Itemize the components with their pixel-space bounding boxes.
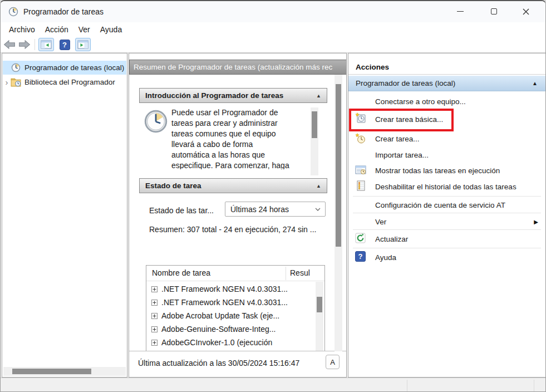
action-refresh[interactable]: Actualizar [348,231,545,247]
toolbar-separator [35,39,35,50]
actions-pane: Acciones Programador de tareas (local) ▲… [348,53,546,378]
tree-item-label: Biblioteca del Programador [24,78,115,86]
refresh-footer-button[interactable]: A [326,355,340,369]
task-scheduler-app-icon [8,7,18,17]
expand-plus-icon[interactable] [151,313,158,319]
scrollbar-thumb[interactable] [336,84,341,247]
column-task-name[interactable]: Nombre de tarea [152,268,210,277]
actions-group-label: Programador de tareas (local) [356,79,455,87]
create-task-icon [355,133,366,144]
back-arrow-icon[interactable] [3,40,16,50]
column-result[interactable]: Resul [290,268,310,277]
expand-plus-icon[interactable] [151,300,158,306]
scrollbar-thumb[interactable] [317,297,322,312]
window-title: Programador de tareas [23,7,104,16]
title-bar: Programador de tareas [1,1,545,22]
clock-icon [11,63,21,72]
task-status-section-title: Estado de tarea [145,182,201,190]
scrollbar-thumb[interactable] [12,369,91,374]
help-icon: ? [355,251,366,262]
tree-item-task-scheduler-local[interactable]: Programador de tareas (local) [3,61,126,75]
minimize-icon [457,11,464,12]
maximize-icon [491,8,497,14]
create-basic-task-icon [355,112,366,124]
summary-pane-scrollbar[interactable] [335,75,342,351]
task-name: .NET Framework NGEN v4.0.3031... [161,285,288,293]
collapse-caret-icon[interactable]: ▲ [316,93,321,99]
maximize-button[interactable] [481,1,506,22]
table-row[interactable]: AdobeGCInvoker-1.0 (ejecución [146,336,313,349]
table-row[interactable]: .NET Framework NGEN v4.0.3031... [146,296,313,309]
table-row[interactable]: Adobe Acrobat Update Task (eje... [146,309,313,322]
summary-pane: Resumen de Programador de tareas (actual… [129,53,347,378]
menu-ayuda[interactable]: Ayuda [95,23,127,36]
task-name: AdobeGCInvoker-1.0 (ejecución [161,338,272,347]
console-tree-toggle-button[interactable] [38,38,54,51]
forward-arrow-icon[interactable] [18,40,31,50]
console-tree-pane: Programador de tareas (local) › Bibliote… [2,53,127,378]
intro-paragraph: Puede usar el Programador de tareas para… [171,107,312,169]
toolbar: ? [1,37,545,53]
intro-section-header[interactable]: Introducción al Programador de tareas ▲ [139,88,327,103]
help-toolbar-button[interactable]: ? [58,38,71,51]
menu-archivo[interactable]: Archivo [4,23,40,36]
menu-accion[interactable]: Acción [40,23,73,36]
menu-bar: Archivo Acción Ver Ayuda [1,22,545,37]
actions-separator [353,229,541,230]
intro-scrollbar[interactable] [311,107,318,175]
status-bar [1,378,545,392]
action-view[interactable]: Ver ▶ [348,214,545,229]
column-divider[interactable] [286,267,286,280]
tree-horizontal-scrollbar[interactable] [3,367,126,376]
minimize-button[interactable] [447,1,473,22]
collapse-caret-icon[interactable]: ▲ [532,80,538,86]
task-name: .NET Framework NGEN v4.0.3031... [161,298,288,307]
menu-ver[interactable]: Ver [73,23,95,36]
task-table-header: Nombre de tarea Resul [146,266,324,281]
close-button[interactable] [513,1,539,22]
collapse-caret-icon[interactable]: ▲ [316,183,321,189]
action-create-task[interactable]: Crear tarea... [348,131,545,146]
expand-plus-icon[interactable] [151,340,158,346]
scrollbar-thumb[interactable] [312,111,317,138]
actions-group-header[interactable]: Programador de tareas (local) ▲ [348,76,545,91]
action-help[interactable]: ? Ayuda [348,249,545,265]
task-status-range-dropdown[interactable]: Últimas 24 horas [225,202,326,217]
actions-pane-title: Acciones [348,60,545,75]
main-area: Programador de tareas (local) › Bibliote… [1,53,545,378]
actions-separator [353,196,541,197]
chevron-right-icon[interactable]: › [3,79,11,86]
history-icon [356,180,365,191]
expand-plus-icon[interactable] [151,286,158,292]
running-tasks-icon [355,165,366,175]
task-name: Adobe Acrobat Update Task (eje... [161,311,279,320]
expand-plus-icon[interactable] [151,326,158,332]
summary-pane-header: Resumen de Programador de tareas (actual… [129,60,347,75]
action-pane-toggle-button[interactable] [75,38,91,51]
app-window: Programador de tareas Archivo Acción Ver… [0,0,546,392]
action-at-service-account-config[interactable]: Configuración de cuenta de servicio AT [348,197,545,212]
summary-footer: Última actualización a las 30/05/2024 15… [129,351,347,377]
action-show-running-tasks[interactable]: Mostrar todas las tareas en ejecución [348,163,545,178]
console-tree-toggle-icon [41,40,52,49]
action-import-task[interactable]: Importar tarea... [348,147,545,163]
intro-section-title: Introducción al Programador de tareas [145,91,283,100]
action-pane-toggle-icon [77,40,88,49]
status-bar-divider [534,380,534,391]
task-status-section-header[interactable]: Estado de tarea ▲ [139,178,327,193]
last-refresh-text: Última actualización a las 30/05/2024 15… [138,359,299,367]
status-bar-divider [407,380,407,391]
actions-separator [353,248,541,248]
action-create-basic-task[interactable]: Crear tarea básica... [348,110,545,128]
task-table-scrollbar[interactable] [316,282,323,352]
table-row[interactable]: Adobe-Genuine-Software-Integ... [146,322,313,336]
action-connect-other-computer[interactable]: Conectarse a otro equipo... [348,94,545,109]
action-disable-history[interactable]: Deshabilitar el historial de todas las t… [348,178,545,195]
chevron-down-icon [315,208,321,211]
folder-clock-icon [11,77,21,87]
actions-separator [353,213,541,213]
submenu-caret-icon: ▶ [534,218,538,224]
task-table: Nombre de tarea Resul .NET Framework NGE… [146,265,325,352]
table-row[interactable]: .NET Framework NGEN v4.0.3031... [146,282,313,296]
tree-item-library[interactable]: › Biblioteca del Programador [3,75,126,89]
